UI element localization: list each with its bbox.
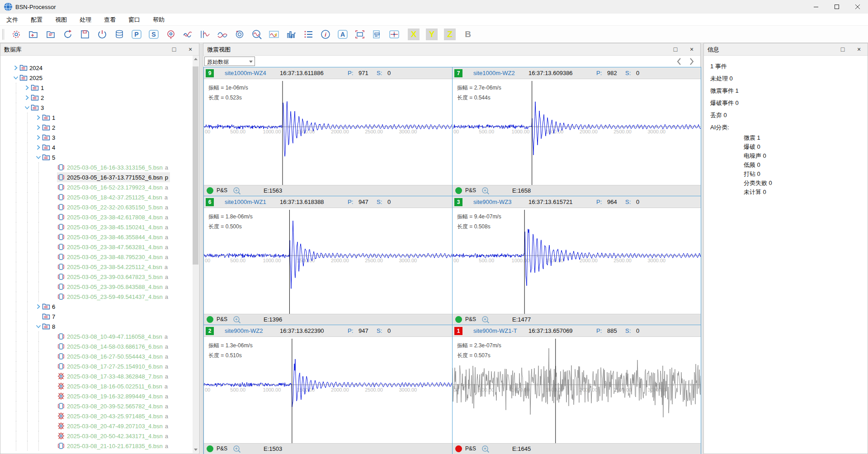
tree-file[interactable]: 2025-03-05_23-38-45.150241_4.bsna (0, 222, 193, 232)
tree-folder[interactable]: 8 (0, 322, 193, 331)
waveform-panel-close-icon[interactable]: × (687, 45, 697, 54)
tree-folder[interactable]: 3 (0, 103, 193, 113)
waveform-cell-site900m-WZ1-T[interactable]: 1 site900m-WZ1-T 16:37:13.657069 P: 885 … (452, 325, 701, 454)
expand-icon[interactable] (35, 303, 42, 310)
toolbar-grip[interactable] (2, 29, 4, 40)
tree-file[interactable]: 2025-03-08_19-16-32.899449_4.bsna (0, 391, 193, 401)
open-folder-icon[interactable] (45, 28, 57, 40)
wave-rotate-icon[interactable] (234, 28, 245, 40)
tree-file[interactable]: 2025-03-08_21-10-21.671835_6.bsna (0, 441, 193, 451)
tree-file[interactable]: 2025-03-05_23-39-03.647823_5.bsna (0, 272, 193, 282)
tree-file[interactable]: 2025-03-05_23-38-46.355844_4.bsna (0, 232, 193, 242)
zoom-in-icon[interactable] (233, 316, 241, 324)
component-toggle-x[interactable]: X (408, 28, 420, 40)
waveform-cell-site1000m-WZ2[interactable]: 7 site1000m-WZ2 16:37:13.609386 P: 982 S… (452, 67, 701, 196)
database-panel-close-icon[interactable]: × (185, 45, 195, 54)
ps-toggle[interactable]: P&S (465, 316, 476, 322)
maximize-button[interactable] (826, 0, 847, 14)
ps-toggle[interactable]: P&S (217, 445, 227, 452)
expand-icon[interactable] (24, 94, 31, 101)
tree-folder[interactable]: 2024 (0, 63, 193, 73)
expand-icon[interactable] (24, 84, 31, 91)
tree-file[interactable]: 2025-03-05_23-38-47.563281_4.bsna (0, 242, 193, 252)
settings-icon[interactable] (10, 28, 22, 40)
component-toggle-b[interactable]: B (462, 28, 474, 40)
waveform-plot[interactable]: 振幅 = 9.4e-07m/s 长度 = 0.508s 00500.001000… (453, 208, 701, 314)
wave-pick-icon[interactable] (199, 28, 211, 40)
selection-frame-icon[interactable] (354, 28, 366, 40)
tree-file[interactable]: 2025-03-05_23-38-54.225112_4.bsna (0, 262, 193, 272)
ps-toggle[interactable]: P&S (465, 445, 476, 452)
collapse-icon[interactable] (35, 154, 42, 161)
tree-file[interactable]: 2025-03-05_23-38-48.795230_4.bsna (0, 252, 193, 262)
tree-folder[interactable]: 2 (0, 123, 193, 132)
tree-folder[interactable]: 1 (0, 113, 193, 123)
tree-file[interactable]: 2025-03-05_16-37-13.771552_6.bsnp (0, 172, 193, 182)
tree-folder[interactable]: 4 (0, 142, 193, 152)
waveform-cell-site1000m-WZ4[interactable]: 9 site1000m-WZ4 16:37:13.611886 P: 971 S… (203, 67, 453, 196)
collapse-icon[interactable] (24, 104, 31, 111)
tree-folder[interactable]: 2 (0, 93, 193, 103)
save-icon[interactable] (79, 28, 91, 40)
tree-file[interactable]: 2025-03-05_22-32-20.635150_5.bsna (0, 202, 193, 212)
info-panel-maximize-icon[interactable]: □ (838, 45, 848, 54)
new-folder-icon[interactable] (28, 28, 39, 40)
menu-item-1[interactable]: 文件 (0, 14, 24, 26)
tree-file[interactable]: 2025-03-05_23-59-49.541437_4.bsna (0, 292, 193, 302)
tree-file[interactable]: 2025-03-05_16-16-33.313156_5.bsna (0, 162, 193, 172)
next-event-icon[interactable] (687, 57, 696, 66)
waveform-cell-site1000m-WZ1[interactable]: 6 site1000m-WZ1 16:37:13.618388 P: 947 S… (203, 196, 453, 325)
tree-folder[interactable]: 3 (0, 132, 193, 142)
waveform-cell-site900m-WZ2[interactable]: 2 site900m-WZ2 16:37:13.622390 P: 947 S:… (203, 325, 453, 454)
zoom-in-icon[interactable] (481, 445, 490, 453)
waveform-cell-site900m-WZ3[interactable]: 3 site900m-WZ3 16:37:13.615721 P: 964 S:… (452, 196, 701, 325)
expand-icon[interactable] (35, 124, 42, 131)
waveform-panel-maximize-icon[interactable]: □ (670, 45, 680, 54)
event-list-icon[interactable] (302, 28, 314, 40)
tree-file[interactable]: 2025-03-05_16-52-23.179923_4.bsna (0, 182, 193, 192)
scrollbar-thumb[interactable] (193, 66, 198, 265)
expand-icon[interactable] (12, 64, 19, 71)
tree-folder[interactable]: 5 (0, 152, 193, 162)
scroll-down-icon[interactable] (193, 446, 198, 453)
info-icon[interactable]: i (320, 28, 331, 40)
ps-toggle[interactable]: P&S (217, 316, 227, 322)
tree-file[interactable]: 2025-03-08_20-50-42.343171_4.bsna (0, 431, 193, 441)
wave-filter-icon[interactable] (217, 28, 228, 40)
tree-file[interactable]: 2025-03-08_18-16-05.022511_6.bsna (0, 381, 193, 391)
menu-item-4[interactable]: 处理 (73, 14, 98, 26)
menu-item-7[interactable]: 帮助 (146, 14, 171, 26)
zoom-in-icon[interactable] (233, 187, 241, 195)
data-type-select[interactable]: 原始数据 (204, 57, 255, 66)
previous-event-icon[interactable] (675, 57, 684, 66)
refresh-icon[interactable] (62, 28, 74, 40)
close-button[interactable] (847, 0, 868, 14)
wave-raw-icon[interactable] (182, 28, 194, 40)
expand-icon[interactable] (35, 134, 42, 141)
power-icon[interactable] (96, 28, 108, 40)
s-pick-icon[interactable]: S (148, 28, 160, 40)
ps-toggle[interactable]: P&S (465, 187, 476, 194)
menu-item-5[interactable]: 查看 (98, 14, 122, 26)
database-tree-scrollbar[interactable] (193, 56, 198, 453)
expand-icon[interactable] (35, 144, 42, 151)
locate-icon[interactable] (165, 28, 177, 40)
database-icon[interactable] (113, 28, 125, 40)
tree-file[interactable]: 2025-03-08_16-27-50.554443_4.bsna (0, 351, 193, 361)
menu-item-3[interactable]: 视图 (49, 14, 73, 26)
menu-item-6[interactable]: 窗口 (122, 14, 146, 26)
histogram-icon[interactable] (285, 28, 297, 40)
annotate-icon[interactable]: A (337, 28, 349, 40)
tree-file[interactable]: 2025-03-08_20-39-52.565782_4.bsna (0, 401, 193, 411)
ps-toggle[interactable]: P&S (217, 187, 227, 194)
info-panel-close-icon[interactable]: × (854, 45, 864, 54)
tree-file[interactable]: 2025-03-05_23-39-05.843588_4.bsna (0, 282, 193, 292)
tree-folder[interactable]: 6 (0, 302, 193, 312)
tree-file[interactable]: 2025-03-05_18-42-37.251125_4.bsna (0, 192, 193, 202)
wave-zoom-icon[interactable] (251, 28, 263, 40)
tree-file[interactable]: 2025-03-08_17-27-25.154910_6.bsna (0, 361, 193, 371)
waveform-plot[interactable]: 振幅 = 1e-06m/s 长度 = 0.523s 00500.001000.0… (204, 79, 452, 185)
tree-file[interactable]: 2025-03-08_14-58-03.686176_6.bsna (0, 341, 193, 351)
zoom-in-icon[interactable] (481, 187, 490, 195)
collapse-icon[interactable] (12, 74, 19, 81)
